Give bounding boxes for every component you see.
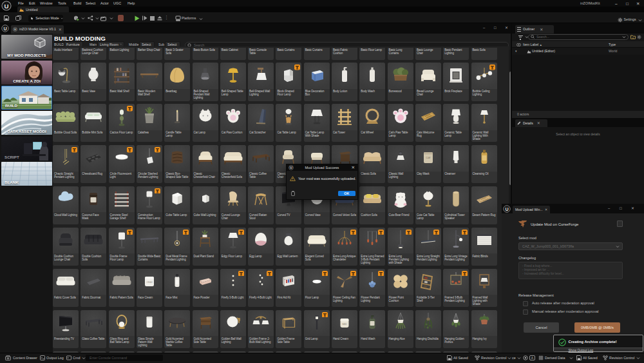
- svg-text:CREAM: CREAM: [146, 281, 152, 284]
- svg-text:U: U: [14, 28, 16, 31]
- svg-text:CLAY: CLAY: [426, 157, 431, 159]
- svg-text:A: A: [531, 356, 534, 360]
- svg-text:HAND: HAND: [342, 323, 346, 326]
- svg-text:U: U: [5, 3, 9, 10]
- svg-text:U: U: [505, 206, 508, 212]
- svg-text:U: U: [3, 26, 6, 32]
